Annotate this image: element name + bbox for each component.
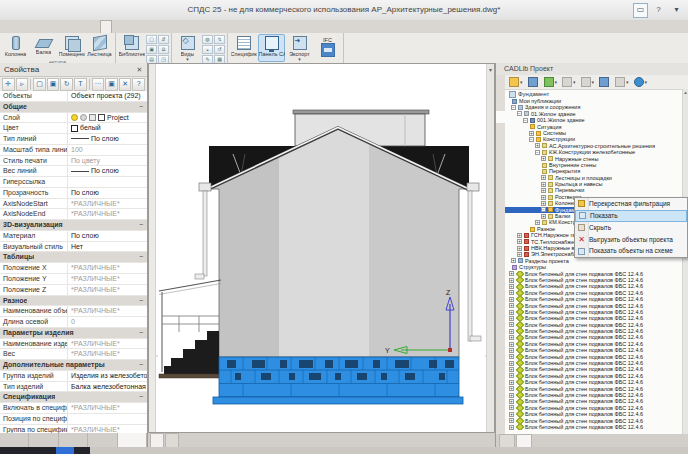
doc-tool-icon[interactable]: ↺ — [214, 45, 225, 54]
properties-bottom-tab[interactable] — [29, 433, 58, 447]
expand-icon[interactable] — [509, 335, 514, 340]
menu-item[interactable] — [40, 20, 50, 33]
property-row[interactable]: Длина осевой 0 — [0, 317, 147, 328]
expand-icon[interactable] — [509, 405, 514, 410]
close-icon[interactable]: ✕ — [135, 65, 144, 74]
canvas-scrollbar[interactable] — [486, 64, 494, 432]
side-panel-vertical-tab[interactable] — [496, 79, 505, 91]
expand-icon[interactable] — [517, 246, 522, 251]
ifc-button[interactable]: IFC — [314, 34, 341, 62]
expand-icon[interactable] — [511, 258, 516, 263]
expand-icon[interactable] — [511, 105, 516, 110]
property-row[interactable]: Параметры изделия — [0, 328, 147, 339]
property-row[interactable]: Дополнительные параметры — [0, 360, 147, 371]
filter-icon[interactable]: T — [74, 78, 87, 91]
property-row[interactable]: Гиперссылка — [0, 177, 147, 188]
property-row[interactable]: Общие — [0, 102, 147, 113]
menu-item[interactable] — [20, 20, 30, 33]
highlight-objects-icon[interactable]: ▣ — [47, 78, 60, 91]
context-menu-item[interactable]: Показать — [575, 210, 687, 223]
drawing-canvas[interactable]: Z Y — [148, 63, 495, 433]
context-menu-item[interactable]: Перекрестная фильтрация — [575, 198, 687, 210]
tree-filter-row[interactable]: Фундамент — [505, 90, 688, 98]
specifications-button[interactable]: Спецификации — [230, 34, 257, 62]
property-row[interactable]: Стиль печати По цвету — [0, 156, 147, 167]
property-row[interactable]: Наименование изделия *РАЗЛИЧНЫЕ* — [0, 339, 147, 350]
menu-item[interactable] — [50, 20, 60, 33]
expand-icon[interactable] — [541, 201, 546, 206]
column-button[interactable]: Колонна — [2, 34, 29, 58]
list-item-block[interactable]: Блок бетонный для стен подвалов ФБС 12.4… — [505, 424, 688, 430]
menu-item[interactable] — [10, 20, 20, 33]
room-button[interactable]: Помещение — [58, 34, 85, 58]
export-button[interactable]: Экспорт ▾ — [286, 34, 313, 62]
context-menu-item[interactable]: Скрыть — [575, 222, 687, 234]
property-row[interactable]: AxisNodeStart *РАЗЛИЧНЫЕ* — [0, 199, 147, 210]
expand-icon[interactable] — [541, 207, 546, 212]
property-row[interactable]: Группа изделий Изделия из железобетона — [0, 371, 147, 382]
property-row[interactable]: Наименование объекта *РАЗЛИЧНЫЕ* — [0, 306, 147, 317]
expand-icon[interactable] — [535, 220, 540, 225]
copy-properties-icon[interactable]: ⋯ — [92, 78, 105, 91]
expand-icon[interactable] — [517, 239, 522, 244]
expand-icon[interactable] — [509, 329, 514, 334]
search-button[interactable] — [597, 76, 612, 88]
layout-tab[interactable] — [150, 433, 164, 447]
doc-tool-icon[interactable]: ◒ — [202, 45, 213, 54]
property-row[interactable]: Вес линий По слою — [0, 166, 147, 177]
property-row[interactable]: Группа по специфика... *РАЗЛИЧНЫЕ* — [0, 425, 147, 433]
expand-icon[interactable] — [509, 290, 514, 295]
property-row[interactable]: Разное — [0, 296, 147, 307]
expand-icon[interactable] — [509, 310, 514, 315]
library-button[interactable]: Библиотека — [118, 34, 145, 64]
context-menu-item[interactable]: Показать объекты на схеме — [575, 245, 687, 257]
expand-icon[interactable] — [509, 373, 514, 378]
porch-and-stairs[interactable] — [159, 280, 221, 378]
property-row[interactable]: Включать в специфи... *РАЗЛИЧНЫЕ* — [0, 403, 147, 414]
expand-icon[interactable] — [541, 156, 546, 161]
properties-bottom-tab[interactable] — [118, 433, 147, 447]
expand-icon[interactable] — [509, 348, 514, 353]
expand-icon[interactable] — [509, 393, 514, 398]
expand-icon[interactable] — [517, 252, 522, 257]
expand-icon[interactable] — [509, 412, 514, 417]
menu-item[interactable] — [30, 20, 40, 33]
expand-icon[interactable] — [509, 399, 514, 404]
menu-item[interactable] — [100, 20, 112, 33]
sync-button[interactable]: ▾ — [632, 76, 650, 88]
help-icon[interactable]: ? — [651, 3, 666, 18]
object-tool-icon[interactable]: ⇵ — [158, 35, 169, 44]
property-row[interactable]: Объекты Объект проекта (292) — [0, 91, 147, 102]
expand-icon[interactable] — [509, 380, 514, 385]
context-menu-item[interactable]: Выгрузить объекты проекта — [575, 234, 687, 246]
add-button[interactable]: ▾ — [542, 76, 560, 88]
expand-icon[interactable] — [509, 284, 514, 289]
object-tool-icon[interactable]: ▣ — [146, 45, 157, 54]
property-row[interactable]: Положение Z *РАЗЛИЧНЫЕ* — [0, 285, 147, 296]
frame-select-icon[interactable]: ▢ — [33, 78, 46, 91]
side-panel-vertical-tab[interactable] — [496, 95, 505, 107]
expand-icon[interactable] — [509, 278, 514, 283]
property-row[interactable]: Спецификация — [0, 392, 147, 403]
cadlib-bottom-tab[interactable] — [499, 434, 515, 447]
expand-icon[interactable] — [517, 111, 522, 116]
expand-icon[interactable] — [509, 418, 514, 423]
cadlib-bottom-tab[interactable] — [516, 434, 532, 447]
side-panel-vertical-tab[interactable] — [496, 127, 505, 139]
doc-tool-icon[interactable]: ◍ — [202, 35, 213, 44]
menu-item[interactable] — [0, 20, 10, 33]
load-objects-button[interactable] — [526, 76, 541, 88]
object-tool-icon[interactable]: ⧉ — [158, 45, 169, 54]
menu-item[interactable] — [70, 20, 80, 33]
property-row[interactable]: Прозрачность По слою — [0, 188, 147, 199]
block-properties-icon[interactable]: ▣ — [105, 78, 118, 91]
expand-icon[interactable] — [529, 137, 534, 142]
expand-icon[interactable] — [541, 195, 546, 200]
expand-icon[interactable] — [509, 361, 514, 366]
building-elevation-drawing[interactable]: Z Y — [149, 64, 496, 434]
property-row[interactable]: Положение Y *РАЗЛИЧНЫЕ* — [0, 274, 147, 285]
beam-button[interactable]: Балка — [30, 34, 57, 58]
expand-icon[interactable] — [535, 143, 540, 148]
menu-item[interactable] — [80, 20, 90, 33]
menu-item[interactable] — [90, 20, 100, 33]
